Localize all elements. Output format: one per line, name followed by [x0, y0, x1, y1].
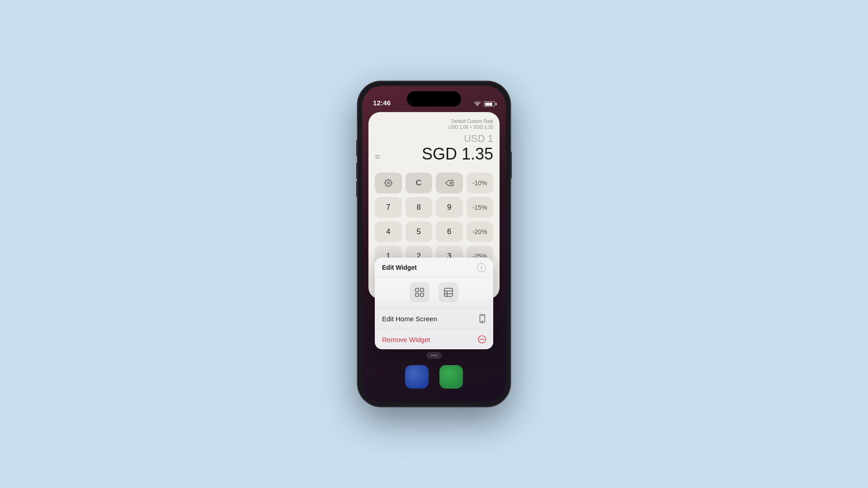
calc-output-display: SGD 1.35 — [422, 145, 493, 164]
calc-btn-9[interactable]: 9 — [436, 197, 463, 218]
context-menu-header: Edit Widget i — [375, 258, 493, 277]
svg-rect-1 — [415, 288, 419, 291]
dock-app-phone[interactable] — [405, 365, 429, 389]
display-row: = SGD 1.35 — [375, 145, 493, 169]
calc-btn-7[interactable]: 7 — [375, 197, 402, 218]
minus-circle-icon — [478, 335, 486, 343]
dock-icons-row — [405, 365, 463, 389]
calc-input-display: USD 1 — [375, 133, 493, 145]
battery-fill — [485, 103, 492, 106]
remove-widget-icon — [478, 335, 486, 343]
calc-btn-4[interactable]: 4 — [375, 221, 402, 242]
calc-equals: = — [375, 152, 380, 162]
calc-rate-label: Default Custom Rate USD 1.00 = SGD 1.35 — [375, 118, 493, 130]
dynamic-island — [407, 91, 461, 107]
calc-btn-clear[interactable]: C — [406, 173, 433, 193]
context-widget-icon-btn[interactable] — [439, 282, 458, 302]
battery-icon — [484, 101, 495, 107]
svg-point-10 — [482, 321, 483, 322]
context-menu: Edit Widget i — [375, 258, 493, 349]
dock-app-messages[interactable] — [439, 365, 463, 389]
calc-btn-8[interactable]: 8 — [406, 197, 433, 218]
calc-btn-settings[interactable] — [375, 173, 402, 193]
phone-icon — [479, 314, 486, 323]
svg-rect-5 — [444, 288, 453, 296]
wifi-icon — [474, 101, 481, 107]
gear-icon — [384, 179, 392, 187]
dock-area: •••• — [362, 352, 506, 389]
context-menu-item-edit-home[interactable]: Edit Home Screen — [375, 308, 493, 329]
context-grid-icon-btn[interactable] — [410, 282, 429, 302]
calc-btn-discount-15[interactable]: -15% — [467, 197, 494, 218]
status-time: 12:46 — [373, 99, 391, 107]
svg-rect-4 — [420, 293, 424, 296]
calc-header: Default Custom Rate USD 1.00 = SGD 1.35 — [375, 118, 493, 130]
phone-screen: 12:46 Default Custom Rate — [362, 86, 506, 402]
svg-point-0 — [387, 182, 390, 184]
calc-btn-discount-10[interactable]: -10% — [467, 173, 494, 193]
edit-home-label: Edit Home Screen — [382, 315, 437, 323]
calc-btn-discount-20[interactable]: -20% — [467, 221, 494, 242]
svg-rect-2 — [420, 288, 424, 291]
grid-icon — [415, 287, 425, 297]
calc-btn-6[interactable]: 6 — [436, 221, 463, 242]
context-icons-row — [375, 277, 493, 308]
calc-btn-backspace[interactable] — [436, 173, 463, 193]
backspace-icon — [445, 180, 453, 186]
remove-widget-label: Remove Widget — [382, 336, 430, 343]
calc-btn-5[interactable]: 5 — [406, 221, 433, 242]
edit-home-icon — [479, 314, 486, 323]
context-menu-item-remove[interactable]: Remove Widget — [375, 329, 493, 349]
context-info-btn[interactable]: i — [477, 263, 486, 272]
widget-icon — [443, 287, 453, 297]
status-icons — [474, 101, 495, 107]
svg-rect-3 — [415, 293, 419, 296]
dock-label: •••• — [426, 352, 442, 359]
phone-outer: 12:46 Default Custom Rate — [358, 81, 510, 407]
context-menu-title: Edit Widget — [382, 264, 417, 271]
